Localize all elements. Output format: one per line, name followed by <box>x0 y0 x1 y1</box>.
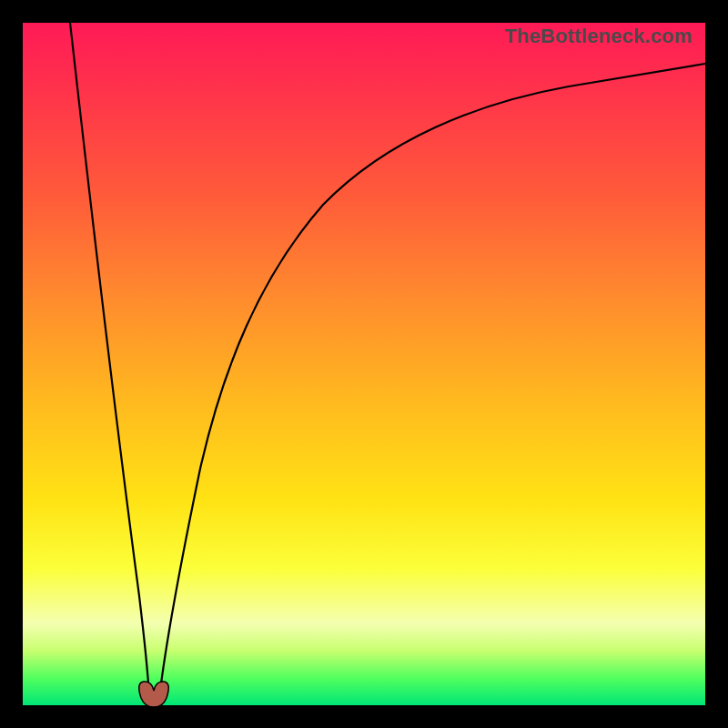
dip-lobe-shape <box>139 682 169 707</box>
bottleneck-curve-svg <box>23 23 705 705</box>
plot-frame: TheBottleneck.com <box>23 23 705 705</box>
dip-lobe-marker <box>139 682 169 707</box>
curve-left-branch <box>70 23 149 698</box>
curve-right-branch <box>159 64 705 698</box>
